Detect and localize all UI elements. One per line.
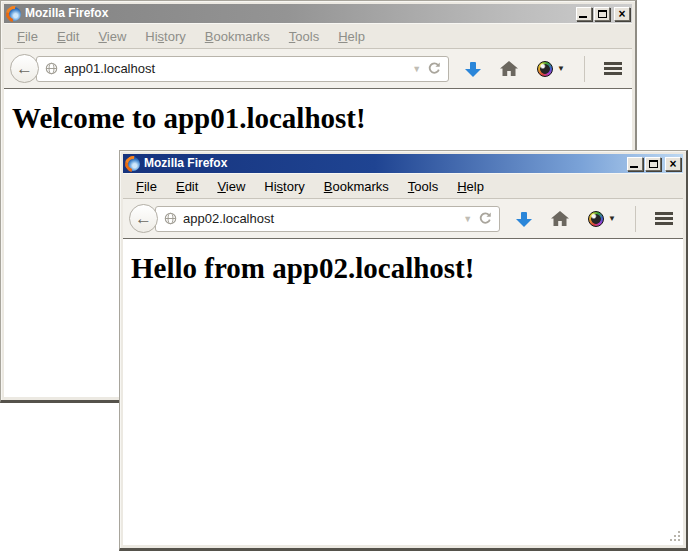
close-button[interactable]: × — [614, 7, 630, 21]
download-button[interactable] — [516, 211, 532, 227]
close-icon: × — [618, 9, 625, 19]
menu-file[interactable]: File — [10, 26, 45, 47]
url-text[interactable]: app02.localhost — [183, 211, 457, 226]
color-wheel-icon — [537, 61, 553, 77]
menu-bar: FileEditViewHistoryBookmarksToolsHelp — [123, 173, 683, 198]
close-icon: × — [669, 159, 676, 169]
url-bar[interactable]: app02.localhost ▼ — [155, 206, 500, 232]
page-content: Hello from app02.localhost! — [123, 239, 683, 545]
maximize-icon — [649, 160, 658, 168]
page-heading: Hello from app02.localhost! — [123, 239, 683, 285]
firefox-logo-icon — [7, 7, 21, 21]
back-arrow-icon: ← — [135, 209, 152, 229]
url-text[interactable]: app01.localhost — [64, 61, 406, 76]
navigation-toolbar: ← app01.localhost ▼ — [4, 48, 632, 89]
chevron-down-icon: ▼ — [608, 214, 616, 223]
maximize-button[interactable] — [594, 7, 610, 21]
minimize-icon — [630, 166, 638, 168]
minimize-button[interactable] — [627, 157, 643, 171]
color-wheel-icon — [588, 211, 604, 227]
title-bar[interactable]: Mozilla Firefox × — [123, 154, 683, 173]
menu-view[interactable]: View — [210, 176, 252, 197]
toolbar-separator — [584, 56, 585, 82]
reload-icon[interactable] — [478, 211, 493, 226]
desktop: Mozilla Firefox × FileEditViewHistoryBoo… — [0, 0, 688, 551]
addon-menu-button[interactable]: ▼ — [537, 61, 565, 77]
close-button[interactable]: × — [665, 157, 681, 171]
home-button[interactable] — [551, 211, 569, 227]
resize-grip[interactable] — [668, 530, 681, 543]
globe-icon — [164, 212, 177, 225]
url-dropdown-icon[interactable]: ▼ — [463, 214, 472, 224]
download-button[interactable] — [465, 61, 481, 77]
reload-icon[interactable] — [427, 61, 442, 76]
menu-edit[interactable]: Edit — [169, 176, 205, 197]
home-button[interactable] — [500, 61, 518, 77]
menu-bookmarks[interactable]: Bookmarks — [317, 176, 396, 197]
menu-history[interactable]: History — [257, 176, 311, 197]
maximize-icon — [598, 10, 607, 18]
window-title: Mozilla Firefox — [25, 6, 572, 21]
menu-bookmarks[interactable]: Bookmarks — [198, 26, 277, 47]
minimize-icon — [579, 16, 587, 18]
menu-edit[interactable]: Edit — [50, 26, 86, 47]
menu-file[interactable]: File — [129, 176, 164, 197]
back-button[interactable]: ← — [10, 54, 39, 83]
menu-tools[interactable]: Tools — [282, 26, 326, 47]
url-dropdown-icon[interactable]: ▼ — [412, 64, 421, 74]
menu-help[interactable]: Help — [331, 26, 372, 47]
firefox-window-app02: Mozilla Firefox × FileEditViewHistoryBoo… — [119, 150, 688, 551]
hamburger-menu-button[interactable] — [604, 62, 622, 75]
menu-bar: FileEditViewHistoryBookmarksToolsHelp — [4, 23, 632, 48]
window-title: Mozilla Firefox — [144, 156, 623, 171]
hamburger-menu-button[interactable] — [655, 212, 673, 225]
menu-history[interactable]: History — [138, 26, 192, 47]
toolbar-separator — [635, 206, 636, 232]
globe-icon — [45, 62, 58, 75]
back-arrow-icon: ← — [16, 59, 33, 79]
chevron-down-icon: ▼ — [557, 64, 565, 73]
firefox-logo-icon — [126, 157, 140, 171]
back-button[interactable]: ← — [129, 204, 158, 233]
url-bar[interactable]: app01.localhost ▼ — [36, 56, 449, 82]
menu-tools[interactable]: Tools — [401, 176, 445, 197]
menu-help[interactable]: Help — [450, 176, 491, 197]
menu-view[interactable]: View — [91, 26, 133, 47]
navigation-toolbar: ← app02.localhost ▼ — [123, 198, 683, 239]
title-bar[interactable]: Mozilla Firefox × — [4, 4, 632, 23]
addon-menu-button[interactable]: ▼ — [588, 211, 616, 227]
page-heading: Welcome to app01.localhost! — [4, 89, 632, 135]
minimize-button[interactable] — [576, 7, 592, 21]
maximize-button[interactable] — [645, 157, 661, 171]
